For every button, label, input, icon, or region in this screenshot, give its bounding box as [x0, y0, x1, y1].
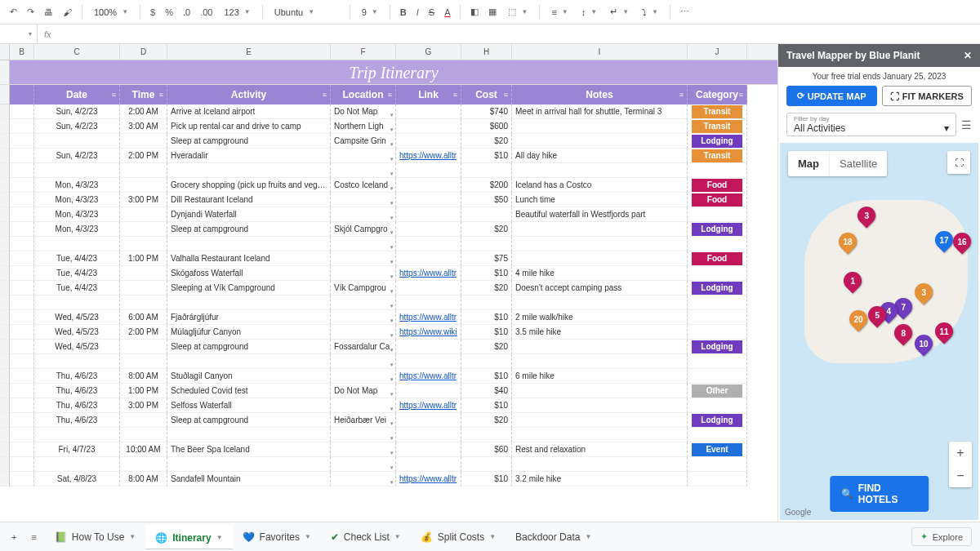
sheet-tab[interactable]: ✔Check List▼ — [321, 525, 411, 549]
col-head[interactable]: B — [10, 44, 34, 60]
sheet-tab[interactable]: 💰Split Costs▼ — [411, 525, 506, 549]
fullscreen-icon[interactable]: ⛶ — [947, 151, 970, 174]
fit-icon: ⛶ — [890, 91, 899, 101]
percent-button[interactable]: % — [162, 6, 176, 19]
table-row[interactable]: Sun, 4/2/233:00 AMPick up rental car and… — [0, 119, 777, 134]
sheet-tab[interactable]: Backdoor Data▼ — [506, 525, 601, 549]
table-row[interactable]: ▾ — [0, 457, 777, 472]
table-row[interactable]: ▾ — [0, 237, 777, 251]
table-row[interactable]: Tue, 4/4/231:00 PMValhalla Restaurant Ic… — [0, 251, 777, 266]
fill-color-icon[interactable]: ◧ — [467, 5, 482, 19]
map[interactable]: Map Satellite ⛶ 3181716137420581110 + − … — [780, 143, 978, 520]
table-row[interactable]: Sleep at campgroundCampsite Grin▾$20Lodg… — [0, 134, 777, 149]
table-header-row: Date≡ Time≡ Activity≡ Location≡ Link≡ Co… — [0, 85, 777, 104]
merge-select[interactable]: ⬚▼ — [503, 5, 532, 19]
table-row[interactable]: Mon, 4/3/23Dynjandi Waterfall▾Beautiful … — [0, 207, 777, 222]
settings-icon[interactable]: ☰ — [961, 118, 972, 131]
close-icon[interactable]: ✕ — [964, 50, 972, 61]
table-row[interactable]: ▾ — [0, 428, 777, 442]
borders-icon[interactable]: ▦ — [485, 5, 500, 19]
filter-icon[interactable]: ≡ — [679, 91, 684, 99]
table-row[interactable]: Mon, 4/3/233:00 PMDill Restaurant Icelan… — [0, 193, 777, 207]
text-color-icon[interactable]: A — [441, 6, 453, 19]
filter-icon[interactable]: ≡ — [739, 91, 743, 99]
col-head[interactable]: C — [34, 44, 120, 60]
sheet-tab[interactable]: 📗How To Use▼ — [45, 525, 145, 549]
panel-title: Travel Mapper by Blue Planit — [786, 50, 920, 61]
table-row[interactable]: Thu, 4/6/23Sleep at campgroundHeiðarbær … — [0, 413, 777, 428]
add-sheet-button[interactable]: + — [5, 527, 23, 547]
wrap-select[interactable]: ↵▼ — [605, 5, 634, 19]
toolbar: ↶ ↷ 🖶 🖌 100%▼ $ % .0 .00 123▼ Ubuntu▼ 9▼… — [0, 0, 980, 24]
redo-icon[interactable]: ↷ — [24, 5, 38, 19]
fx-icon: fx — [38, 29, 58, 39]
rotate-select[interactable]: ⤵▼ — [637, 6, 663, 19]
trial-notice: Your free trial ends January 25, 2023 — [778, 67, 980, 86]
table-row[interactable]: Sun, 4/2/232:00 PMHveradalir▾https://www… — [0, 149, 777, 163]
strike-icon[interactable]: S — [425, 6, 438, 19]
currency-button[interactable]: $ — [147, 6, 158, 19]
increase-decimal-button[interactable]: .00 — [197, 6, 216, 19]
paint-format-icon[interactable]: 🖌 — [60, 6, 75, 19]
filter-icon[interactable]: ≡ — [453, 91, 457, 99]
print-icon[interactable]: 🖶 — [41, 6, 56, 19]
find-hotels-button[interactable]: 🔍FIND HOTELS — [830, 476, 929, 512]
valign-select[interactable]: ↕▼ — [577, 6, 602, 19]
table-row[interactable]: Wed, 4/5/23Sleep at campgroundFossardalu… — [0, 340, 777, 354]
filter-day-select[interactable]: Filter by day All Activities▾ — [786, 113, 956, 136]
update-map-button[interactable]: ⟳UPDATE MAP — [786, 86, 877, 106]
table-row[interactable]: Tue, 4/4/23Skógafoss Waterfall▾https://w… — [0, 266, 777, 281]
table-row[interactable]: Wed, 4/5/236:00 AMFjaðrárgljúfur▾https:/… — [0, 310, 777, 325]
col-head[interactable]: G — [396, 44, 461, 60]
font-select[interactable]: Ubuntu▼ — [270, 6, 343, 19]
table-row[interactable]: ▾ — [0, 295, 777, 310]
table-row[interactable]: Thu, 4/6/233:00 PMSelfoss Waterfall▾http… — [0, 398, 777, 413]
sheet-tabs: + ≡ 📗How To Use▼🌐Itinerary▼💙Favorites▼✔C… — [0, 522, 980, 551]
number-format-select[interactable]: 123▼ — [219, 6, 255, 19]
filter-icon[interactable]: ≡ — [323, 91, 327, 99]
map-tab[interactable]: Map — [788, 151, 829, 176]
table-row[interactable]: Mon, 4/3/23Sleep at campgroundSkjól Camp… — [0, 222, 777, 237]
filter-icon[interactable]: ≡ — [159, 91, 163, 99]
table-row[interactable]: ▾ — [0, 163, 777, 178]
table-row[interactable]: Wed, 4/5/232:00 PMMúlagljúfur Canyon▾htt… — [0, 325, 777, 340]
table-row[interactable]: ▾ — [0, 354, 777, 369]
table-row[interactable]: Mon, 4/3/23Grocery shopping (pick up fru… — [0, 178, 777, 193]
bold-icon[interactable]: B — [397, 6, 410, 19]
col-head[interactable]: I — [512, 44, 688, 60]
table-row[interactable]: Sun, 4/2/232:00 AMArrive at Iceland airp… — [0, 104, 777, 119]
italic-icon[interactable]: I — [413, 6, 422, 19]
table-row[interactable]: Fri, 4/7/2310:00 AMThe Beer Spa Iceland▾… — [0, 442, 777, 457]
table-row[interactable]: Thu, 4/6/231:00 PMScheduled Covid testDo… — [0, 384, 777, 398]
filter-icon[interactable]: ≡ — [112, 91, 116, 99]
more-icon[interactable]: ⋯ — [677, 5, 693, 19]
table-row[interactable]: Tue, 4/4/23Sleeping at Vík CampgroundVík… — [0, 281, 777, 295]
fit-markers-button[interactable]: ⛶FIT MARKERS — [882, 86, 973, 106]
undo-icon[interactable]: ↶ — [7, 5, 20, 19]
filter-icon[interactable]: ≡ — [388, 91, 392, 99]
all-sheets-button[interactable]: ≡ — [24, 527, 42, 547]
search-icon: 🔍 — [841, 488, 853, 500]
filter-icon[interactable]: ≡ — [504, 91, 508, 99]
sheet-tab[interactable]: 💙Favorites▼ — [233, 525, 321, 549]
decrease-decimal-button[interactable]: .0 — [180, 6, 194, 19]
col-head[interactable]: J — [688, 44, 747, 60]
font-size-select[interactable]: 9▼ — [357, 6, 383, 19]
col-head[interactable]: D — [120, 44, 167, 60]
zoom-out-button[interactable]: − — [949, 464, 972, 487]
zoom-select[interactable]: 100%▼ — [89, 6, 133, 19]
halign-select[interactable]: ≡▼ — [546, 6, 572, 19]
name-box[interactable]: ▾ — [0, 24, 38, 43]
zoom-in-button[interactable]: + — [949, 442, 972, 464]
refresh-icon: ⟳ — [797, 91, 804, 101]
col-head[interactable]: F — [331, 44, 396, 60]
sheet-tab[interactable]: 🌐Itinerary▼ — [145, 525, 232, 549]
table-row[interactable]: Sat, 4/8/238:00 AMSandafell Mountain▾htt… — [0, 472, 777, 487]
column-headers: B C D E F G H I J — [0, 44, 777, 60]
explore-button[interactable]: ✦Explore — [911, 527, 972, 546]
col-head[interactable]: E — [167, 44, 331, 60]
sheet-title: Trip Itinerary — [10, 60, 777, 85]
satellite-tab[interactable]: Satellite — [829, 151, 887, 176]
col-head[interactable]: H — [461, 44, 512, 60]
table-row[interactable]: Thu, 4/6/238:00 AMStuðlagil Canyon▾https… — [0, 369, 777, 384]
